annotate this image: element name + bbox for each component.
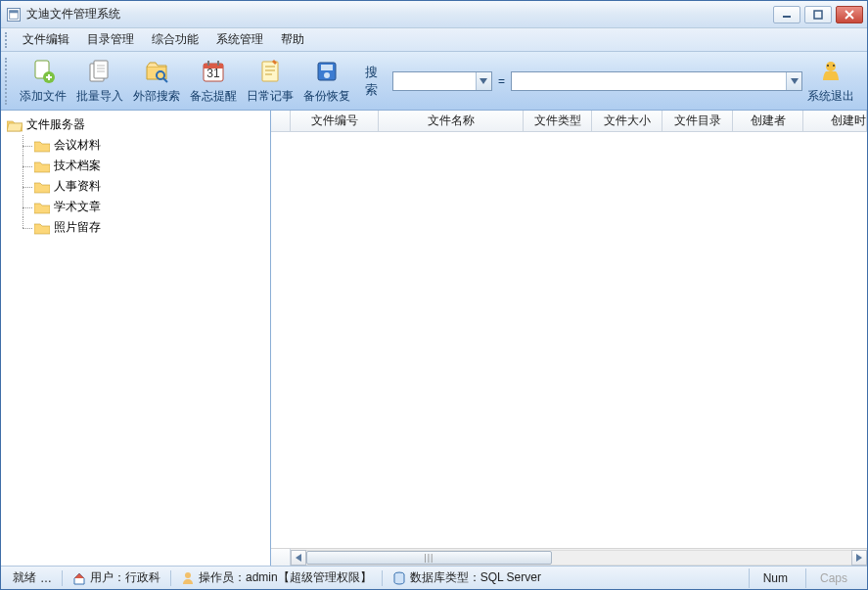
grid-corner — [271, 548, 291, 566]
menu-file-edit[interactable]: 文件编辑 — [15, 28, 77, 51]
folder-icon — [34, 180, 50, 194]
add-file-label: 添加文件 — [20, 88, 67, 105]
maximize-button[interactable] — [804, 6, 832, 23]
svg-rect-12 — [207, 61, 209, 66]
search-value-combo[interactable] — [511, 71, 802, 91]
status-ready: 就绪… — [7, 568, 58, 588]
svg-rect-2 — [783, 16, 791, 18]
col-creator[interactable]: 创建者 — [733, 111, 803, 131]
toolbar: 添加文件 批量导入 外部搜索 31 备忘提醒 日常记事 — [1, 52, 867, 111]
status-operator-text: 操作员：admin【超级管理权限】 — [199, 569, 372, 586]
status-db-text: 数据库类型：SQL Server — [410, 569, 541, 586]
folder-icon — [34, 159, 50, 173]
svg-rect-13 — [217, 61, 219, 66]
daily-notes-button[interactable]: 日常记事 — [242, 55, 298, 108]
tree-item-label: 照片留存 — [54, 219, 101, 236]
row-selector-header[interactable] — [271, 111, 291, 131]
status-user: 用户：行政科 — [67, 568, 166, 588]
tree-item[interactable]: 人事资料 — [17, 176, 268, 197]
external-search-icon — [142, 58, 171, 85]
tree-root[interactable]: 文件服务器 — [3, 114, 268, 135]
svg-point-21 — [185, 572, 191, 578]
tree-root-label: 文件服务器 — [26, 116, 85, 133]
search-area: 搜索 = — [365, 64, 802, 99]
reminder-icon: 31 — [199, 58, 228, 85]
external-search-label: 外部搜索 — [133, 88, 180, 105]
folder-icon — [34, 201, 50, 214]
batch-import-icon — [85, 58, 114, 85]
svg-point-17 — [324, 72, 330, 78]
exit-button[interactable]: 系统退出 — [802, 55, 859, 108]
tree-item[interactable]: 学术文章 — [17, 197, 268, 217]
content-area: 文件服务器 会议材料 技术档案 人事资料 学术文章 — [1, 111, 867, 566]
svg-rect-3 — [814, 11, 822, 19]
menu-bar: 文件编辑 目录管理 综合功能 系统管理 帮助 — [1, 28, 867, 52]
tree-item[interactable]: 技术档案 — [17, 156, 268, 176]
scroll-track[interactable]: ||| — [306, 550, 851, 566]
status-num: Num — [749, 568, 801, 588]
menu-dir-manage[interactable]: 目录管理 — [79, 28, 142, 51]
status-db: 数据库类型：SQL Server — [387, 568, 547, 588]
database-icon — [392, 571, 406, 585]
scroll-left-button[interactable] — [291, 550, 306, 566]
backup-restore-label: 备份恢复 — [303, 88, 350, 105]
horizontal-scrollbar[interactable]: ||| — [291, 548, 867, 566]
reminder-label: 备忘提醒 — [190, 88, 237, 105]
status-caps: Caps — [805, 568, 861, 588]
close-button[interactable] — [836, 6, 863, 23]
batch-import-label: 批量导入 — [76, 88, 123, 105]
svg-text:31: 31 — [206, 67, 220, 80]
chevron-down-icon — [476, 72, 491, 90]
svg-rect-7 — [94, 61, 108, 78]
tree-item[interactable]: 照片留存 — [17, 217, 268, 238]
scroll-thumb[interactable]: ||| — [306, 551, 552, 565]
status-dots: … — [40, 571, 52, 585]
col-create-time[interactable]: 创建时 — [803, 111, 867, 131]
daily-notes-label: 日常记事 — [247, 88, 294, 105]
tree-item-label: 人事资料 — [54, 178, 101, 195]
backup-restore-button[interactable]: 备份恢复 — [298, 55, 355, 108]
menu-composite[interactable]: 综合功能 — [144, 28, 206, 51]
daily-notes-icon — [255, 58, 285, 85]
col-file-dir[interactable]: 文件目录 — [662, 111, 733, 131]
menu-sys-manage[interactable]: 系统管理 — [208, 28, 271, 51]
user-icon — [181, 571, 195, 585]
status-user-text: 用户：行政科 — [90, 569, 160, 586]
menu-help[interactable]: 帮助 — [273, 28, 312, 51]
svg-rect-1 — [10, 10, 19, 13]
batch-import-button[interactable]: 批量导入 — [71, 55, 128, 108]
svg-rect-14 — [262, 62, 278, 81]
window-title: 文迪文件管理系统 — [26, 6, 120, 23]
exit-icon — [816, 58, 845, 85]
external-search-button[interactable]: 外部搜索 — [128, 55, 185, 108]
svg-point-20 — [833, 65, 835, 67]
tree-item[interactable]: 会议材料 — [17, 135, 268, 156]
add-file-icon — [28, 58, 58, 85]
col-file-no[interactable]: 文件编号 — [291, 111, 379, 131]
tree-item-label: 技术档案 — [54, 158, 101, 174]
folder-icon — [34, 221, 50, 235]
status-operator: 操作员：admin【超级管理权限】 — [175, 568, 378, 588]
status-ready-text: 就绪 — [13, 569, 36, 586]
svg-rect-16 — [321, 65, 333, 70]
col-file-type[interactable]: 文件类型 — [524, 111, 592, 131]
svg-point-19 — [827, 65, 829, 67]
minimize-button[interactable] — [773, 6, 800, 23]
tree-item-label: 会议材料 — [54, 137, 101, 154]
tree-item-label: 学术文章 — [54, 199, 101, 215]
search-field-combo[interactable] — [392, 71, 492, 91]
col-file-name[interactable]: 文件名称 — [379, 111, 524, 131]
svg-point-18 — [826, 62, 836, 71]
backup-restore-icon — [312, 58, 342, 85]
grid-body[interactable] — [271, 132, 867, 548]
menubar-grip — [5, 32, 11, 48]
app-icon — [7, 8, 21, 22]
exit-label: 系统退出 — [807, 88, 854, 105]
col-file-size[interactable]: 文件大小 — [592, 111, 662, 131]
add-file-button[interactable]: 添加文件 — [15, 55, 71, 108]
reminder-button[interactable]: 31 备忘提醒 — [185, 55, 242, 108]
app-window: 文迪文件管理系统 文件编辑 目录管理 综合功能 系统管理 帮助 — [0, 0, 868, 590]
file-grid: 文件编号 文件名称 文件类型 文件大小 文件目录 创建者 创建时 ||| — [271, 111, 867, 566]
folder-tree[interactable]: 文件服务器 会议材料 技术档案 人事资料 学术文章 — [1, 111, 271, 566]
scroll-right-button[interactable] — [851, 550, 867, 566]
